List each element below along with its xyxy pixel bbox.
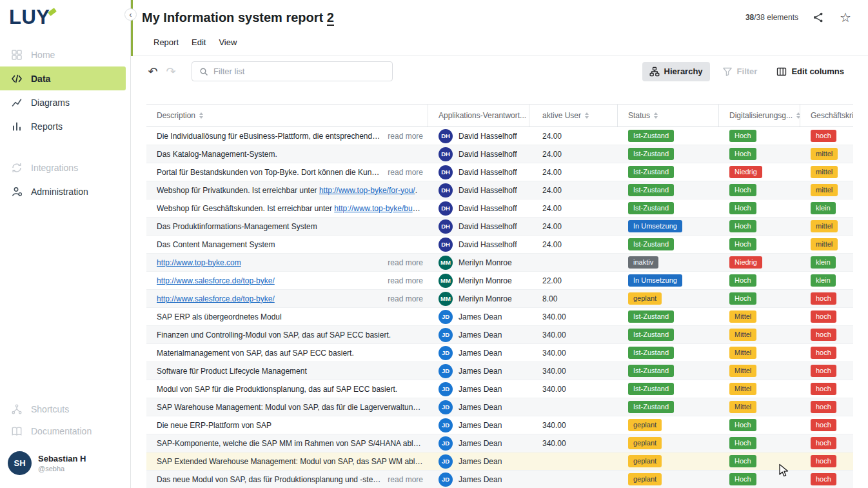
column-header-active-user[interactable]: aktive User [529, 105, 618, 127]
table-row[interactable]: SAP-Komponente, welche die SAP MM im Rah… [146, 434, 853, 452]
read-more-link[interactable]: read more [388, 475, 423, 484]
table-row[interactable]: Das Produktinformations-Management Syste… [146, 218, 853, 236]
table-row[interactable]: Webshop für Geschäftskunden. Ist erreich… [146, 199, 853, 218]
table-row[interactable]: SAP Extended Warehouse Management: Modul… [146, 452, 853, 471]
book-icon [11, 425, 23, 437]
status-badge: In Umsetzung [628, 220, 682, 232]
app-window: ‹ LUY Home Data Diagrams Reports [0, 0, 868, 488]
sidebar-item-label: Documentation [31, 426, 92, 436]
menu-report[interactable]: Report [147, 36, 185, 49]
owner-avatar: JD [439, 454, 453, 469]
table-row[interactable]: http://www.top-byke.comread moreMMMerily… [146, 254, 853, 272]
table-row[interactable]: Die Individuallösung für eBusiness-Platt… [146, 127, 853, 145]
status-badge: hoch [811, 329, 836, 340]
sidebar-item-label: Administration [31, 187, 88, 197]
sidebar-item-label: Data [31, 74, 50, 84]
read-more-link[interactable]: read more [388, 258, 423, 267]
sort-icon [585, 112, 589, 119]
status-cell: geplant [618, 452, 719, 470]
sidebar-item-shortcuts[interactable]: Shortcuts [0, 398, 130, 420]
status-badge: Ist-Zustand [628, 383, 674, 394]
column-header-digitalization[interactable]: Digitalisierungsg... [719, 105, 800, 127]
read-more-link[interactable]: read more [388, 132, 423, 141]
digitalization-cell: Mittel [719, 398, 800, 416]
table-row[interactable]: Materialmanagement von SAP, das auf SAP … [146, 344, 853, 362]
description-cell: Webshop für Privatkunden. Ist erreichbar… [146, 181, 428, 199]
undo-button[interactable]: ↶ [144, 63, 162, 81]
digitalization-cell: Mittel [719, 308, 800, 325]
column-header-status[interactable]: Status [618, 105, 719, 127]
sidebar-collapse-button[interactable]: ‹ [124, 8, 137, 21]
description-cell: Materialmanagement von SAP, das auf SAP … [146, 344, 428, 361]
table-row[interactable]: Software für Product Lifecycle Managemen… [146, 362, 853, 380]
description-link[interactable]: http://www.top-byke.com [157, 258, 241, 267]
table-row[interactable]: Portal für Bestandskunden von Top-Byke. … [146, 163, 853, 181]
description-link[interactable]: http://www.top-byke/business/ [334, 204, 423, 213]
description-cell: Das Produktinformations-Management Syste… [146, 218, 428, 235]
description-link[interactable]: http://www.salesforce.de/top-byke/ [157, 276, 275, 285]
menu-edit[interactable]: Edit [185, 36, 212, 49]
read-more-link[interactable]: read more [388, 294, 423, 303]
status-badge: Mittel [729, 310, 756, 322]
status-badge: mittel [811, 238, 838, 250]
table-header: Description Applikations-Verantwort... a… [146, 104, 853, 127]
digitalization-cell: Niedrig [719, 163, 800, 181]
menu-view[interactable]: View [212, 36, 243, 49]
sort-icon [654, 112, 658, 119]
column-header-description[interactable]: Description [146, 105, 428, 127]
sidebar-item-home[interactable]: Home [0, 43, 130, 66]
luy-logo[interactable]: LUY [9, 6, 50, 28]
digitalization-cell: Mittel [719, 380, 800, 398]
page-title-text: My Information system report [142, 10, 327, 25]
column-header-criticality[interactable]: Geschäftskritik... [800, 105, 853, 127]
sidebar-item-data[interactable]: Data [0, 66, 126, 90]
user-profile[interactable]: SH Sebastian H @sebha [0, 442, 130, 488]
table-row[interactable]: SAP Warehouse Management: Modul von SAP,… [146, 398, 853, 416]
table-row[interactable]: Das neue Modul von SAP, das für Produkti… [146, 471, 853, 488]
filter-button[interactable]: Filter [715, 62, 765, 81]
hierarchy-button[interactable]: Hierarchy [642, 62, 710, 81]
active-user-cell: 340.00 [529, 380, 618, 398]
criticality-cell: hoch [800, 127, 853, 145]
table-row[interactable]: SAP ERP als übergeordnetes ModulJDJames … [146, 308, 853, 326]
column-header-responsible[interactable]: Applikations-Verantwort... [428, 105, 529, 127]
table-row[interactable]: Das Katalog-Management-System.DHDavid Ha… [146, 145, 853, 163]
status-badge: Ist-Zustand [628, 310, 674, 322]
table-row[interactable]: Finanzen und Controlling-Modul von SAP, … [146, 326, 853, 344]
redo-button[interactable]: ↷ [162, 63, 180, 81]
sidebar-item-documentation[interactable]: Documentation [0, 420, 130, 442]
active-user-cell: 24.00 [529, 163, 618, 181]
favorite-button[interactable]: ☆ [838, 10, 853, 25]
description-link[interactable]: http://www.salesforce.de/top-byke/ [157, 294, 275, 303]
description-link[interactable]: http://www.top-byke/for-you/ [319, 186, 415, 195]
criticality-cell: mittel [800, 163, 853, 181]
filter-list-input[interactable] [213, 66, 386, 76]
table-row[interactable]: Das Content Management SystemDHDavid Has… [146, 236, 853, 254]
owner-cell: JDJames Dean [428, 344, 529, 361]
read-more-link[interactable]: read more [388, 276, 423, 285]
sidebar-item-administration[interactable]: Administration [0, 179, 130, 203]
table-row[interactable]: Modul von SAP für die Produktionsplanung… [146, 380, 853, 398]
sidebar-item-reports[interactable]: Reports [0, 114, 130, 138]
active-user-cell [529, 254, 618, 271]
criticality-cell: klein [800, 199, 853, 217]
table-row[interactable]: Webshop für Privatkunden. Ist erreichbar… [146, 181, 853, 199]
share-button[interactable] [811, 10, 825, 25]
page-title[interactable]: My Information system report 2 [142, 10, 334, 25]
table-row[interactable]: Die neue ERP-Plattform von SAPJDJames De… [146, 416, 853, 434]
active-user-cell: 8.00 [529, 290, 618, 307]
table-row[interactable]: http://www.salesforce.de/top-byke/read m… [146, 272, 853, 290]
sidebar-item-integrations[interactable]: Integrations [0, 156, 130, 179]
filter-list-box[interactable] [192, 61, 393, 81]
owner-avatar: JD [439, 310, 453, 324]
edit-columns-button[interactable]: Edit columns [769, 62, 851, 81]
report-table: Description Applikations-Verantwort... a… [146, 104, 853, 488]
owner-name: James Dean [459, 349, 502, 358]
read-more-link[interactable]: read more [388, 168, 423, 177]
sidebar-item-diagrams[interactable]: Diagrams [0, 90, 130, 114]
table-row[interactable]: http://www.salesforce.de/top-byke/read m… [146, 290, 853, 308]
code-icon [11, 73, 23, 85]
status-badge: hoch [811, 310, 836, 322]
status-cell: Ist-Zustand [618, 380, 719, 398]
status-cell: Ist-Zustand [618, 236, 719, 253]
